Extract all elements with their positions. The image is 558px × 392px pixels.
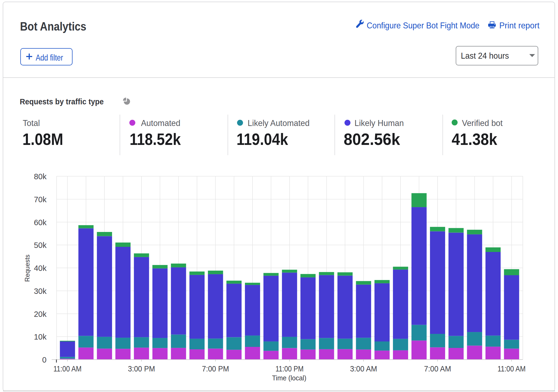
svg-text:3:00 AM: 3:00 AM	[350, 364, 377, 373]
svg-text:10k: 10k	[34, 333, 47, 341]
svg-text:7:00 PM: 7:00 PM	[202, 364, 229, 373]
svg-text:40k: 40k	[34, 264, 47, 273]
svg-text:11:00 PM: 11:00 PM	[275, 364, 304, 373]
svg-text:Time (local): Time (local)	[272, 374, 306, 382]
svg-text:11:00 AM: 11:00 AM	[53, 364, 81, 373]
svg-text:80k: 80k	[34, 172, 47, 181]
svg-text:3:00 PM: 3:00 PM	[128, 364, 155, 373]
svg-text:11:00 AM: 11:00 AM	[497, 364, 526, 373]
svg-text:20k: 20k	[34, 310, 47, 318]
svg-text:50k: 50k	[34, 241, 47, 250]
svg-text:0: 0	[42, 356, 47, 364]
svg-text:7:00 AM: 7:00 AM	[424, 364, 451, 373]
svg-text:60k: 60k	[34, 218, 47, 227]
svg-text:30k: 30k	[34, 287, 47, 295]
svg-text:70k: 70k	[34, 195, 47, 204]
svg-text:Requests: Requests	[24, 255, 31, 282]
